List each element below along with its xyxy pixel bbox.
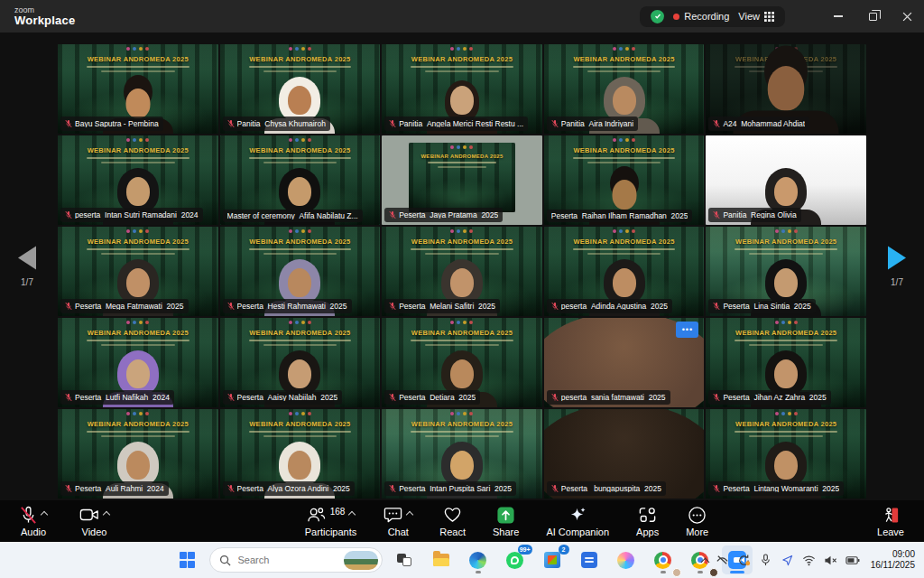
- apps-button[interactable]: Apps: [636, 506, 659, 537]
- recording-indicator[interactable]: Recording: [673, 11, 729, 22]
- participant-name: Master of ceremony_Afifa Nabilatu Z...: [227, 212, 358, 220]
- video-options-caret[interactable]: [103, 510, 110, 517]
- eye-off-icon[interactable]: [716, 553, 730, 567]
- battery-icon[interactable]: [845, 553, 860, 567]
- participant-tile[interactable]: WEBINAR ANDROMEDA 2025 Peserta_Raihan Il…: [544, 135, 705, 225]
- webinar-banner-title: WEBINAR ANDROMEDA 2025: [220, 238, 381, 246]
- participant-name-chip: peserta_Adinda Agustina_2025: [547, 299, 672, 313]
- participant-tile[interactable]: WEBINAR ANDROMEDA 2025 peserta_Intan Sut…: [58, 135, 218, 225]
- participant-name: Peserta _bungapuspita_2025: [561, 485, 661, 493]
- participant-tile[interactable]: WEBINAR ANDROMEDA 2025 A24_Mohammad Ahdi…: [706, 44, 866, 134]
- whatsapp-button[interactable]: 99+: [500, 545, 531, 574]
- participant-tile[interactable]: WEBINAR ANDROMEDA 2025 Peserta_Alya Ozor…: [220, 409, 381, 499]
- participant-tile[interactable]: WEBINAR ANDROMEDA 2025 Peserta_Jihan Az …: [706, 318, 866, 407]
- video-button[interactable]: Video: [79, 506, 109, 537]
- chat-button[interactable]: Chat: [383, 506, 412, 537]
- avatar-face: [450, 451, 474, 480]
- participants-options-caret[interactable]: [348, 510, 356, 517]
- location-icon[interactable]: [781, 553, 795, 567]
- edge-button[interactable]: [463, 545, 494, 574]
- poster-subtitle-line: [587, 162, 661, 163]
- avatar-face: [288, 359, 311, 388]
- security-shield-icon[interactable]: [651, 10, 664, 23]
- next-page-control[interactable]: 1/7: [872, 247, 922, 287]
- poster-logos: [220, 135, 381, 142]
- avatar-face: [774, 177, 798, 206]
- participant-tile[interactable]: WEBINAR ANDROMEDA 2025 Master of ceremon…: [220, 135, 381, 225]
- wifi-icon[interactable]: [802, 553, 817, 567]
- participant-tile[interactable]: WEBINAR ANDROMEDA 2025 Panitia_Aira Indr…: [544, 44, 705, 134]
- store-button[interactable]: 2: [537, 545, 568, 574]
- volume-muted-icon[interactable]: [824, 553, 838, 567]
- participant-tile[interactable]: WEBINAR ANDROMEDA 2025 Peserta_Detiara_2…: [382, 318, 542, 407]
- previous-page-control[interactable]: 1/7: [2, 247, 52, 287]
- search-input[interactable]: [236, 554, 338, 566]
- leave-button[interactable]: Leave: [877, 506, 904, 537]
- participant-tile[interactable]: WEBINAR ANDROMEDA 2025 Peserta _bungapus…: [544, 409, 705, 499]
- poster-subtitle-line: [587, 253, 661, 255]
- participant-tile[interactable]: WEBINAR ANDROMEDA 2025 Peserta_Auli Rahm…: [58, 409, 218, 499]
- react-button[interactable]: React: [439, 506, 466, 537]
- apps-icon: [638, 506, 657, 524]
- participant-tile[interactable]: WEBINAR ANDROMEDA 2025 Peserta_Hesti Rah…: [220, 227, 381, 316]
- participant-tile[interactable]: WEBINAR ANDROMEDA 2025 Peserta_Aaisy Nab…: [220, 318, 381, 407]
- poster-subtitle-line: [587, 70, 661, 72]
- participant-name: Panitia_Angela Merici Resti Restu ...: [399, 120, 523, 128]
- more-label: More: [686, 527, 708, 537]
- taskbar-clock[interactable]: 09:00 16/11/2025: [871, 549, 919, 572]
- participant-tile[interactable]: WEBINAR ANDROMEDA 2025 peserta_Adinda Ag…: [544, 227, 705, 316]
- hidden-icons-chevron[interactable]: [700, 557, 709, 566]
- participant-tile[interactable]: WEBINAR ANDROMEDA 2025 ••• peserta_sania…: [544, 318, 705, 407]
- poster-logos: [382, 409, 542, 415]
- previous-page-arrow-icon[interactable]: [18, 247, 36, 270]
- react-label: React: [439, 527, 466, 537]
- participant-tile[interactable]: WEBINAR ANDROMEDA 2025 Peserta_Jaya Prat…: [382, 135, 542, 225]
- share-button[interactable]: Share: [493, 506, 519, 537]
- poster-subtitle-line: [425, 70, 499, 72]
- view-button[interactable]: View: [738, 11, 774, 22]
- close-button[interactable]: [890, 0, 924, 33]
- poster-logos: [58, 409, 218, 415]
- participant-tile[interactable]: WEBINAR ANDROMEDA 2025 Peserta_Melani Sa…: [382, 227, 542, 316]
- poster-subtitle-line: [249, 157, 352, 159]
- copilot-button[interactable]: [611, 545, 642, 574]
- participant-tile[interactable]: WEBINAR ANDROMEDA 2025 Peserta_Lintang W…: [706, 409, 866, 499]
- participant-tile[interactable]: WEBINAR ANDROMEDA 2025 Panitia_Regina Ol…: [706, 135, 866, 225]
- video-gallery: WEBINAR ANDROMEDA 2025 Bayu Saputra - Pe…: [0, 33, 924, 500]
- participant-name: peserta_Adinda Agustina_2025: [561, 303, 668, 311]
- tile-more-button[interactable]: •••: [676, 322, 698, 338]
- participant-tile[interactable]: WEBINAR ANDROMEDA 2025 Panitia_Chysa Khu…: [220, 44, 381, 134]
- minimize-button[interactable]: [821, 0, 855, 33]
- participant-name: Panitia_Regina Olivia: [723, 211, 796, 219]
- chat-options-caret[interactable]: [406, 510, 413, 517]
- more-button[interactable]: More: [686, 506, 708, 537]
- participant-name: Bayu Saputra - Pembina: [75, 120, 159, 128]
- ai-companion-button[interactable]: AI Companion: [546, 506, 609, 537]
- participant-tile[interactable]: WEBINAR ANDROMEDA 2025 Peserta_Mega Fatm…: [58, 227, 218, 316]
- webinar-banner-title: WEBINAR ANDROMEDA 2025: [220, 329, 381, 337]
- taskbar-search[interactable]: [209, 547, 383, 573]
- muted-mic-icon: [227, 302, 235, 311]
- task-view-button[interactable]: [389, 545, 420, 574]
- audio-options-caret[interactable]: [41, 510, 48, 517]
- chrome-profile1-button[interactable]: [648, 545, 679, 574]
- microphone-tray-icon[interactable]: [759, 553, 773, 567]
- sync-icon[interactable]: [737, 553, 752, 567]
- participant-tile[interactable]: WEBINAR ANDROMEDA 2025 Peserta_Lina Sint…: [706, 227, 866, 316]
- chrome-profile1-icon: [654, 552, 671, 569]
- participant-tile[interactable]: WEBINAR ANDROMEDA 2025 Peserta_Lutfi Naf…: [58, 318, 218, 407]
- blue-app-icon: [581, 552, 597, 568]
- participant-tile[interactable]: WEBINAR ANDROMEDA 2025 Peserta_Intan Pus…: [382, 409, 542, 499]
- participant-tile[interactable]: WEBINAR ANDROMEDA 2025 Panitia_Angela Me…: [382, 44, 542, 134]
- search-daily-image[interactable]: [344, 551, 378, 570]
- file-explorer-button[interactable]: [426, 545, 457, 574]
- muted-mic-icon: [227, 393, 235, 402]
- pinned-app-button[interactable]: [574, 545, 605, 574]
- next-page-arrow-icon[interactable]: [888, 247, 906, 270]
- start-button[interactable]: [172, 545, 203, 574]
- audio-button[interactable]: Audio: [20, 506, 47, 537]
- participants-button[interactable]: 168 Participants: [305, 506, 356, 537]
- avatar-face: [126, 451, 150, 480]
- restore-button[interactable]: [855, 0, 890, 33]
- participant-tile[interactable]: WEBINAR ANDROMEDA 2025 Bayu Saputra - Pe…: [58, 44, 218, 134]
